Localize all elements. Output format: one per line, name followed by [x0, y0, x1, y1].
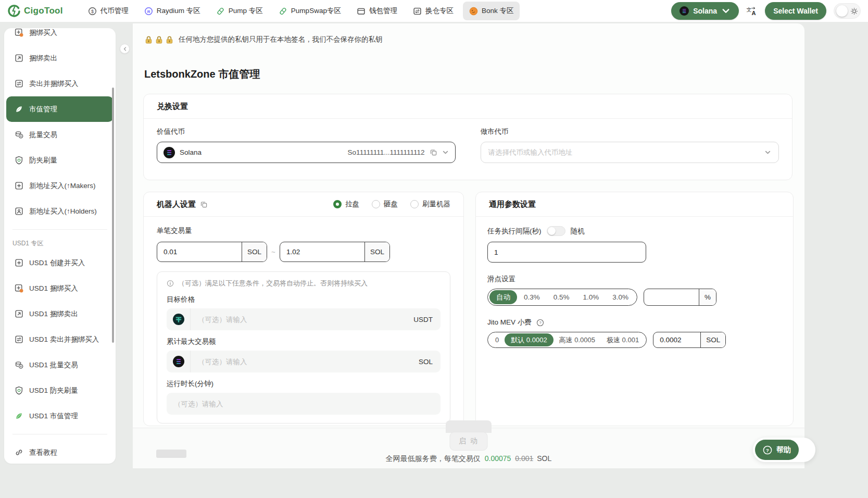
swap-settings-card: 兑换设置 价值代币 Solana So11111111...1111111112… [143, 94, 792, 180]
jito-option-fast[interactable]: 高速 0.0005 [553, 335, 601, 345]
help-question-icon: ? [763, 445, 772, 455]
nav-item-position-swap[interactable]: 换仓专区 [407, 2, 460, 20]
question-icon[interactable]: ? [536, 319, 544, 327]
solana-icon [680, 6, 689, 16]
sidebar-item-usd1-batch-trade[interactable]: USD1 批量交易 [6, 352, 114, 378]
sidebar-item-bundle-buy[interactable]: 捆绑买入 [6, 28, 114, 45]
range-tilde: ~ [267, 248, 280, 256]
jito-option-default[interactable]: 默认 0.0002 [505, 333, 553, 346]
market-token-select[interactable] [481, 142, 779, 163]
svg-text:文: 文 [747, 7, 752, 13]
nav-item-wallet-manage[interactable]: 钱包管理 [350, 2, 404, 20]
sidebar-divider [12, 434, 107, 434]
volume-range-row: SOL ~ SOL [157, 242, 450, 262]
coin-icon: $ [88, 7, 97, 16]
nav-item-token-manage[interactable]: $ 代币管理 [82, 2, 135, 20]
sidebar-item-batch-trade[interactable]: 批量交易 [6, 122, 114, 147]
volume-max-input[interactable] [280, 242, 364, 262]
theme-toggle[interactable] [834, 3, 861, 19]
slippage-option-0.5[interactable]: 0.5% [547, 293, 576, 301]
sidebar-item-usd1-sell-and-bundle-buy[interactable]: USD1 卖出并捆绑买入 [6, 327, 114, 352]
slippage-option-3.0[interactable]: 3.0% [606, 293, 635, 301]
nav-item-pumpswap[interactable]: PumpSwap专区 [272, 2, 347, 20]
sidebar-item-tutorial[interactable]: 查看教程 [6, 440, 114, 464]
nav-item-raydium[interactable]: R Raydium 专区 [138, 2, 207, 20]
svg-text:?: ? [539, 320, 541, 325]
chain-selector[interactable]: Solana [671, 2, 739, 20]
sidebar-collapse-button[interactable] [120, 44, 130, 54]
jito-option-zero[interactable]: 0 [489, 336, 505, 344]
sidebar-item-new-address-makers[interactable]: 新地址买入(↑Makers) [6, 173, 114, 198]
sidebar-scrollbar[interactable] [112, 88, 114, 343]
sell-bundle-buy-icon [15, 79, 23, 88]
nav-item-pump[interactable]: Pump 专区 [210, 2, 269, 20]
nav-item-bonk[interactable]: Bonk 专区 [463, 2, 520, 20]
sidebar-item-usd1-market-cap-manage[interactable]: USD1 市值管理 [6, 403, 114, 429]
common-params-card: 通用参数设置 任务执行间隔(秒) 随机 滑点设置 自动 0.3% 0.5% 1.… [475, 192, 794, 426]
bottom-action-bar: 启 动 全网最低服务费，每笔交易仅 0.00075 0.001 SOL [133, 428, 804, 468]
theme-toggle-knob [836, 5, 848, 17]
target-price-input[interactable] [191, 316, 406, 323]
sidebar-item-usd1-anti-mev-volume[interactable]: USD1 防夹刷量 [6, 378, 114, 403]
robot-settings-body: 单笔交易量 SOL ~ SOL （可选）满足以下任意条件，交易将自动停止。否则将… [144, 217, 463, 424]
select-wallet-button[interactable]: Select Wallet [765, 2, 826, 20]
value-token-select[interactable]: Solana So11111111...1111111112 [157, 142, 456, 163]
sidebar-item-anti-mev-volume[interactable]: 防夹刷量 [6, 147, 114, 173]
cumulative-max-group: SOL [167, 351, 441, 372]
copy-icon[interactable] [430, 148, 437, 156]
sidebar-item-usd1-create-buy[interactable]: USD1 创建并买入 [6, 250, 114, 276]
common-params-header: 通用参数设置 [476, 192, 793, 217]
robot-settings-card: 机器人设置 拉盘 砸盘 刷量机器 单笔交易量 [143, 192, 464, 426]
jito-unit: SOL [700, 332, 725, 347]
sidebar-item-new-address-holders[interactable]: 新地址买入(↑Holders) [6, 198, 114, 224]
help-button[interactable]: ? 帮助 [755, 440, 799, 460]
sidebar-menu: 捆绑买入 捆绑卖出 卖出并捆绑买入 市值管理 批量交易 防夹刷量 新地址买入(↑… [4, 28, 116, 464]
sidebar: 捆绑买入 捆绑卖出 卖出并捆绑买入 市值管理 批量交易 防夹刷量 新地址买入(↑… [4, 28, 116, 464]
nav-right: Solana 文A Select Wallet [671, 2, 861, 20]
slippage-custom-group: % [644, 289, 716, 306]
new-address-holders-icon [15, 207, 23, 216]
slippage-option-0.3[interactable]: 0.3% [517, 293, 547, 301]
swap-settings-body: 价值代币 Solana So11111111...1111111112 做市代币 [144, 119, 792, 163]
volume-min-input[interactable] [157, 242, 242, 262]
sidebar-item-usd1-bundle-buy[interactable]: USD1 捆绑买入 [6, 276, 114, 301]
radio-dump-market[interactable]: 砸盘 [372, 200, 398, 209]
jito-custom-input[interactable] [653, 332, 700, 347]
slippage-option-auto[interactable]: 自动 [489, 290, 517, 304]
jito-custom-group: SOL [653, 332, 726, 348]
sidebar-item-bundle-sell[interactable]: 捆绑卖出 [6, 45, 114, 71]
copy-icon[interactable] [200, 201, 208, 208]
sidebar-item-market-cap-manage[interactable]: 市值管理 [6, 96, 114, 122]
start-button[interactable]: 启 动 [450, 432, 488, 451]
volume-min-group: SOL [157, 242, 267, 262]
shield-icon [15, 156, 23, 165]
radio-volume-bot[interactable]: 刷量机器 [410, 200, 450, 209]
top-nav: CigoTool $ 代币管理 R Raydium 专区 Pump 专区 Pum… [0, 0, 868, 22]
language-icon[interactable]: 文A [746, 6, 758, 16]
cumulative-max-unit: SOL [411, 358, 441, 366]
jito-option-turbo[interactable]: 极速 0.001 [601, 335, 645, 345]
sidebar-item-sell-and-bundle-buy[interactable]: 卖出并捆绑买入 [6, 71, 114, 96]
lock-icon [165, 35, 174, 44]
bonk-icon [469, 7, 478, 16]
batch-trade-icon [15, 130, 23, 139]
app-logo[interactable]: CigoTool [7, 4, 63, 18]
usd1-bundle-sell-icon [15, 309, 23, 318]
slippage-unit: % [699, 289, 716, 305]
random-toggle[interactable] [547, 226, 565, 236]
market-token-label: 做市代币 [481, 127, 779, 136]
market-token-input[interactable] [488, 148, 765, 156]
slippage-option-1.0[interactable]: 1.0% [576, 293, 606, 301]
sidebar-item-usd1-bundle-sell[interactable]: USD1 捆绑卖出 [6, 301, 114, 327]
cumulative-max-input[interactable] [191, 358, 411, 366]
volume-max-group: SOL [280, 242, 390, 262]
jito-options: 0 默认 0.0002 高速 0.0005 极速 0.001 [487, 332, 647, 348]
duration-input[interactable] [167, 400, 441, 408]
usd1-create-buy-icon [15, 258, 23, 267]
logo-icon [7, 4, 21, 18]
sun-icon [850, 7, 858, 15]
slippage-custom-input[interactable] [644, 289, 699, 305]
sidebar-divider [12, 229, 107, 230]
radio-pull-market[interactable]: 拉盘 [333, 200, 359, 209]
interval-input[interactable] [494, 248, 639, 256]
